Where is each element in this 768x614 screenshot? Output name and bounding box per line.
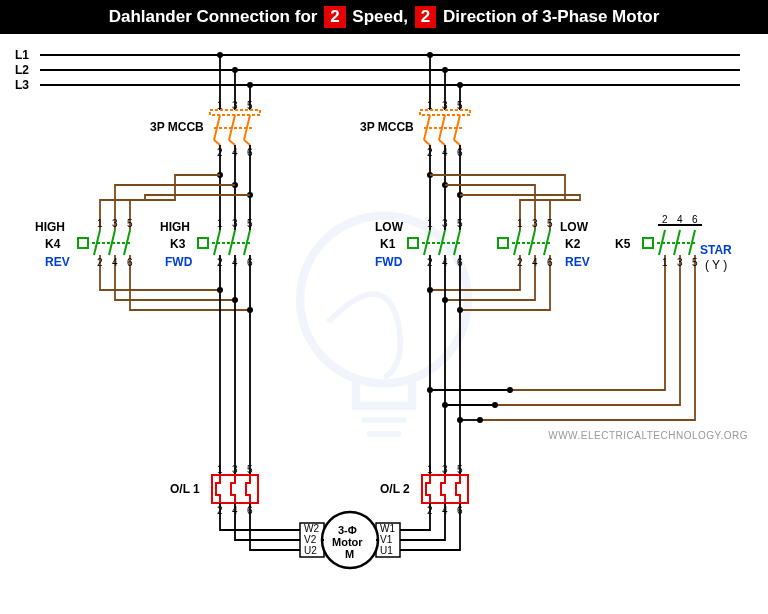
label-mccb-right: 3P MCCB [360, 120, 414, 134]
term: 3 [232, 218, 238, 229]
term: 6 [547, 257, 553, 268]
term: 1 [427, 100, 433, 111]
motor-label2: Motor [332, 536, 363, 548]
term: 1 [217, 218, 223, 229]
mt: U2 [304, 545, 317, 556]
mt: U1 [380, 545, 393, 556]
term: 6 [247, 147, 253, 158]
term: 2 [217, 257, 223, 268]
term: 2 [97, 257, 103, 268]
schematic-area: L1 L2 L3 3P MCCB 3P MCCB 1 3 5 2 4 6 1 3… [0, 30, 768, 614]
term: 6 [457, 147, 463, 158]
label-K2-speed: LOW [560, 220, 588, 234]
label-K5-sym: ( Y ) [705, 258, 727, 272]
term: 6 [247, 505, 253, 516]
term: 5 [247, 100, 253, 111]
term: 6 [457, 257, 463, 268]
label-K5-mode: STAR [700, 243, 732, 257]
term: 2 [427, 505, 433, 516]
term: 5 [247, 464, 253, 475]
label-L1: L1 [15, 48, 29, 62]
term: 5 [457, 464, 463, 475]
mt: V2 [304, 534, 316, 545]
term: 6 [127, 257, 133, 268]
term: 2 [427, 147, 433, 158]
label-K3: K3 [170, 237, 185, 251]
term: 3 [677, 257, 683, 268]
term: 3 [232, 100, 238, 111]
svg-rect-49 [198, 238, 208, 248]
term: 4 [232, 257, 238, 268]
watermark-url: WWW.ELECTRICALTECHNOLOGY.ORG [548, 430, 748, 441]
term: 2 [427, 257, 433, 268]
term: 2 [662, 214, 668, 225]
term: 3 [442, 100, 448, 111]
term: 4 [232, 147, 238, 158]
term: 1 [217, 100, 223, 111]
label-K1-dir: FWD [375, 255, 402, 269]
label-K3-dir: FWD [165, 255, 192, 269]
mt: V1 [380, 534, 392, 545]
term: 5 [247, 218, 253, 229]
svg-point-83 [457, 417, 463, 423]
label-K4: K4 [45, 237, 60, 251]
term: 5 [692, 257, 698, 268]
term: 4 [532, 257, 538, 268]
label-L2: L2 [15, 63, 29, 77]
title-num1: 2 [324, 6, 345, 28]
term: 3 [232, 464, 238, 475]
label-K5: K5 [615, 237, 630, 251]
term: 1 [662, 257, 668, 268]
term: 1 [517, 218, 523, 229]
term: 3 [532, 218, 538, 229]
term: 1 [97, 218, 103, 229]
label-K1: K1 [380, 237, 395, 251]
label-mccb-left: 3P MCCB [150, 120, 204, 134]
term: 2 [517, 257, 523, 268]
term: 5 [547, 218, 553, 229]
term: 4 [232, 505, 238, 516]
term: 1 [427, 218, 433, 229]
term: 4 [442, 147, 448, 158]
term: 3 [442, 464, 448, 475]
term: 4 [442, 505, 448, 516]
title-mid1: Speed, [352, 7, 408, 26]
svg-point-81 [427, 387, 433, 393]
term: 1 [217, 464, 223, 475]
term: 5 [127, 218, 133, 229]
term: 4 [677, 214, 683, 225]
term: 2 [217, 505, 223, 516]
label-K1-speed: LOW [375, 220, 403, 234]
label-OL1: O/L 1 [170, 482, 200, 496]
term: 5 [457, 100, 463, 111]
svg-rect-54 [408, 238, 418, 248]
term: 3 [112, 218, 118, 229]
term: 2 [217, 147, 223, 158]
label-L3: L3 [15, 78, 29, 92]
label-K3-speed: HIGH [160, 220, 190, 234]
label-K2: K2 [565, 237, 580, 251]
title-suffix: Direction of 3-Phase Motor [443, 7, 659, 26]
term: 4 [442, 257, 448, 268]
svg-rect-59 [498, 238, 508, 248]
svg-rect-44 [78, 238, 88, 248]
label-OL2: O/L 2 [380, 482, 410, 496]
motor-label3: M [345, 548, 354, 560]
term: 6 [247, 257, 253, 268]
term: 1 [427, 464, 433, 475]
term: 4 [112, 257, 118, 268]
diagram-container: Dahlander Connection for 2 Speed, 2 Dire… [0, 0, 768, 614]
motor-label1: 3-Φ [338, 524, 357, 536]
title-num2: 2 [415, 6, 436, 28]
label-K4-dir: REV [45, 255, 70, 269]
term: 5 [457, 218, 463, 229]
term: 3 [442, 218, 448, 229]
term: 6 [692, 214, 698, 225]
label-K4-speed: HIGH [35, 220, 65, 234]
title-bar: Dahlander Connection for 2 Speed, 2 Dire… [0, 0, 768, 34]
svg-point-82 [442, 402, 448, 408]
term: 6 [457, 505, 463, 516]
mt: W1 [380, 523, 395, 534]
label-K2-dir: REV [565, 255, 590, 269]
title-prefix: Dahlander Connection for [109, 7, 318, 26]
